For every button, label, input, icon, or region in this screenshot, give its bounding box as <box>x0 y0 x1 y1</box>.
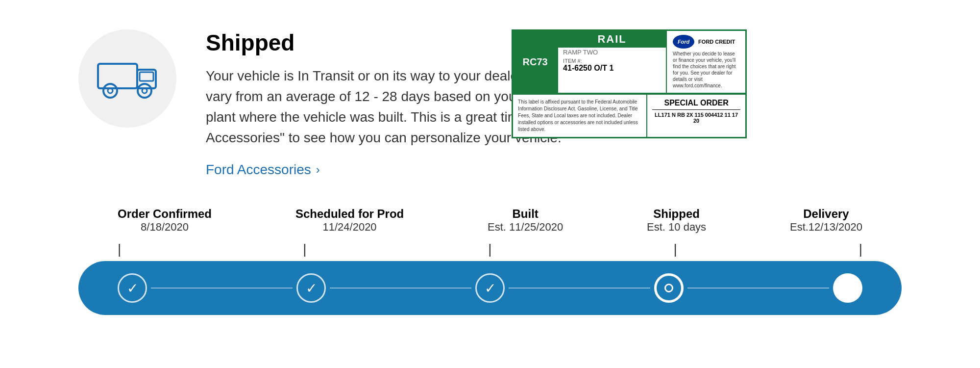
progress-nodes: ✓ ✓ ✓ <box>118 273 862 303</box>
step-order-confirmed-date: 8/18/2020 <box>141 221 189 234</box>
progress-bar-track: ✓ ✓ ✓ <box>78 261 902 315</box>
node-circle-empty-5 <box>833 273 862 303</box>
window-sticker: RC73 RAIL RAMP TWO ITEM #: 41-6250 O/T 1… <box>512 29 747 138</box>
sticker-right-section: Ford FORD CREDIT Whether you decide to l… <box>667 31 745 93</box>
progress-node-3: ✓ <box>475 273 505 303</box>
progress-node-5 <box>833 273 862 303</box>
node-circle-check-3: ✓ <box>475 273 505 303</box>
step-tick-row: | | | | | <box>78 241 902 257</box>
step-shipped: Shipped Est. 10 days <box>647 207 706 234</box>
ford-logo-area: Ford FORD CREDIT <box>673 35 739 49</box>
sticker-disclaimer: This label is affixed pursuant to the Fe… <box>513 95 647 137</box>
sticker-ramp-two: RAMP TWO <box>558 48 666 57</box>
step-scheduled-prod: Scheduled for Prod 11/24/2020 <box>295 207 404 234</box>
progress-node-4 <box>654 273 684 303</box>
main-container: Shipped Your vehicle is In Transit or on… <box>0 0 980 344</box>
progress-line-2 <box>330 288 471 289</box>
truck-icon <box>96 54 159 103</box>
node-circle-check-1: ✓ <box>118 273 147 303</box>
sticker-special-order: SPECIAL ORDER LL171 N RB 2X 115 004412 1… <box>647 95 745 137</box>
step-delivery-title: Delivery <box>803 207 849 221</box>
progress-line-1 <box>151 288 293 289</box>
step-delivery: Delivery Est.12/13/2020 <box>790 207 862 234</box>
tick-1: | <box>118 241 121 257</box>
progress-node-1: ✓ <box>118 273 147 303</box>
svg-rect-0 <box>98 64 137 88</box>
sticker-rail-label: RAIL <box>558 31 666 48</box>
current-node-inner-dot <box>664 284 673 292</box>
progress-node-2: ✓ <box>296 273 326 303</box>
node-circle-current-4 <box>654 273 684 303</box>
svg-point-4 <box>103 84 117 98</box>
step-shipped-date: Est. 10 days <box>647 221 706 234</box>
step-order-confirmed-title: Order Confirmed <box>118 207 212 221</box>
steps-labels: Order Confirmed 8/18/2020 Scheduled for … <box>78 207 902 234</box>
step-built: Built Est. 11/25/2020 <box>488 207 563 234</box>
checkmark-icon-3: ✓ <box>485 280 496 296</box>
progress-bar-container: ✓ ✓ ✓ <box>78 261 902 315</box>
tick-4: | <box>674 241 677 257</box>
progress-section: Order Confirmed 8/18/2020 Scheduled for … <box>78 207 902 315</box>
sticker-rail-section: RAIL RAMP TWO ITEM #: 41-6250 O/T 1 <box>557 31 667 93</box>
sticker-item-label: ITEM #: <box>563 58 661 64</box>
sticker-finance-text: Whether you decide to lease or finance y… <box>673 51 739 89</box>
top-section: Shipped Your vehicle is In Transit or on… <box>78 29 902 178</box>
special-order-title: SPECIAL ORDER <box>652 99 740 110</box>
checkmark-icon-2: ✓ <box>306 280 317 296</box>
sticker-rc-code: RC73 <box>513 31 557 93</box>
svg-point-5 <box>108 88 113 93</box>
sticker-item-row: ITEM #: 41-6250 O/T 1 <box>558 57 666 77</box>
tick-5: | <box>859 241 862 257</box>
chevron-right-icon: › <box>316 163 320 177</box>
step-shipped-title: Shipped <box>653 207 700 221</box>
ford-accessories-link[interactable]: Ford Accessories › <box>206 162 320 178</box>
ford-accessories-label: Ford Accessories <box>206 162 311 178</box>
sticker-item-value: 41-6250 O/T 1 <box>563 64 661 73</box>
truck-icon-container <box>78 29 176 128</box>
step-scheduled-prod-date: 11/24/2020 <box>323 221 377 234</box>
special-order-code: LL171 N RB 2X 115 004412 11 17 20 <box>652 112 740 124</box>
tick-2: | <box>303 241 306 257</box>
step-built-title: Built <box>512 207 538 221</box>
ford-credit-label: FORD CREDIT <box>698 39 735 45</box>
step-delivery-date: Est.12/13/2020 <box>790 221 862 234</box>
step-scheduled-prod-title: Scheduled for Prod <box>295 207 404 221</box>
sticker-body: This label is affixed pursuant to the Fe… <box>513 94 745 137</box>
node-circle-check-2: ✓ <box>296 273 326 303</box>
step-built-date: Est. 11/25/2020 <box>488 221 563 234</box>
svg-rect-2 <box>140 72 153 81</box>
checkmark-icon-1: ✓ <box>127 280 138 296</box>
progress-line-3 <box>509 288 650 289</box>
step-order-confirmed: Order Confirmed 8/18/2020 <box>118 207 212 234</box>
tick-3: | <box>488 241 491 257</box>
progress-line-4 <box>687 288 829 289</box>
svg-point-7 <box>142 88 147 93</box>
ford-oval-logo: Ford <box>673 35 694 49</box>
svg-point-6 <box>138 84 151 98</box>
